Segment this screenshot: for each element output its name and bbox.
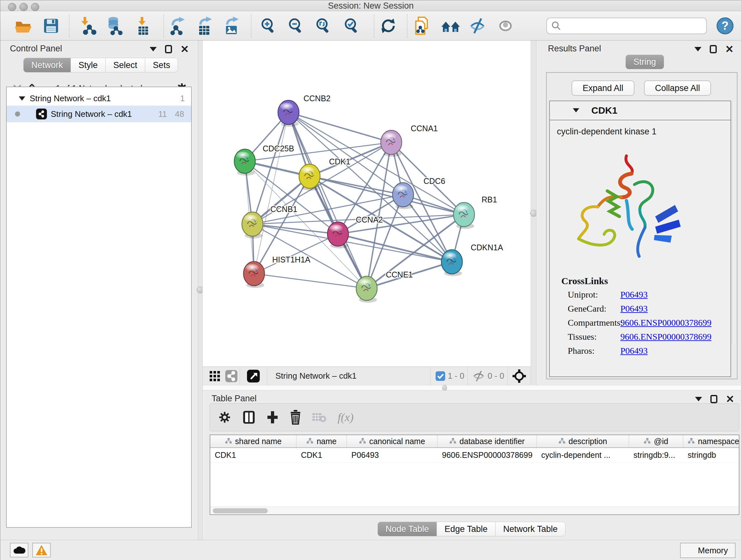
crosslink-link[interactable]: 9606.ENSP00000378699	[620, 332, 711, 341]
birdseye-grid-button[interactable]	[206, 371, 223, 381]
zoom-fit-button[interactable]	[313, 16, 333, 36]
expand-all-button[interactable]: Expand All	[571, 80, 634, 96]
panel-menu-icon[interactable]	[694, 47, 701, 51]
collapse-triangle-icon[interactable]	[19, 97, 25, 101]
apply-layout-button[interactable]	[378, 16, 398, 36]
column-header-canonical-name[interactable]: canonical name	[347, 435, 437, 447]
close-panel-icon[interactable]: ✕	[726, 395, 734, 403]
import-network-from-file-button[interactable]	[78, 16, 98, 36]
node-CCNB1[interactable]	[242, 212, 263, 239]
column-header-namespace[interactable]: namespace	[683, 435, 741, 447]
cloud-status-button[interactable]	[10, 543, 28, 557]
search-box[interactable]	[546, 17, 707, 34]
birdseye-toggle-icon[interactable]	[512, 369, 526, 383]
close-panel-icon[interactable]: ✕	[725, 45, 734, 53]
collapse-all-button[interactable]: Collapse All	[644, 80, 711, 96]
annotation-mode-button[interactable]	[240, 370, 267, 382]
tab-sets[interactable]: Sets	[145, 58, 178, 72]
selected-checkbox-icon[interactable]	[435, 371, 445, 381]
memory-button[interactable]: Memory	[680, 543, 736, 558]
cell-shared-name[interactable]: CDK1	[210, 448, 296, 462]
splitter-grabber[interactable]	[530, 210, 537, 217]
cell-namespace[interactable]: stringdb	[683, 448, 741, 462]
network-row-selected[interactable]: String Network – cdk1 11 48	[7, 106, 191, 122]
node-CDKN1A[interactable]	[441, 250, 462, 276]
zoom-in-button[interactable]	[259, 16, 278, 36]
gene-header-row[interactable]: CDK1	[550, 101, 731, 120]
zoom-selected-button[interactable]	[342, 16, 361, 36]
warnings-button[interactable]	[32, 543, 51, 557]
node-CCNE1[interactable]	[356, 276, 377, 303]
cell-database-identifier[interactable]: 9606.ENSP00000378699	[437, 448, 537, 462]
save-session-button[interactable]	[41, 16, 61, 36]
home-button[interactable]	[441, 16, 461, 36]
edge-CCNE1-HIST1H1A[interactable]	[254, 273, 367, 288]
scrollbar-thumb[interactable]	[213, 508, 268, 513]
tab-node-table[interactable]: Node Table	[378, 522, 437, 537]
panel-menu-icon[interactable]	[695, 397, 702, 401]
tab-edge-table[interactable]: Edge Table	[436, 522, 495, 537]
tab-style[interactable]: Style	[71, 58, 106, 72]
open-session-button[interactable]	[13, 16, 33, 36]
node-CDC6[interactable]	[393, 183, 414, 209]
zoom-out-button[interactable]	[286, 16, 306, 36]
export-image-button[interactable]	[221, 16, 241, 36]
right-splitter[interactable]	[531, 41, 536, 385]
node-CCNA1[interactable]	[381, 130, 402, 157]
cell--id[interactable]: stringdb:9...	[629, 448, 683, 462]
hide-graphics-details-button[interactable]	[468, 16, 488, 36]
node-RB1[interactable]	[454, 202, 475, 229]
network-view-mode-button[interactable]	[223, 370, 240, 382]
tab-network-table[interactable]: Network Table	[495, 522, 566, 537]
left-splitter[interactable]	[198, 41, 203, 540]
table-horizontal-scrollbar[interactable]	[210, 507, 739, 514]
cell-canonical-name[interactable]: P06493	[347, 448, 437, 462]
collapse-triangle-icon[interactable]	[573, 108, 579, 112]
column-header-description[interactable]: description	[537, 435, 629, 447]
help-button[interactable]: ?	[715, 16, 735, 36]
table-row[interactable]: CDK1CDK1P064939606.ENSP00000378699cyclin…	[210, 448, 739, 462]
show-graphics-details-button[interactable]	[495, 16, 515, 36]
close-panel-icon[interactable]: ✕	[180, 45, 189, 53]
crosslink-link[interactable]: P06493	[620, 304, 648, 314]
tab-string[interactable]: String	[625, 55, 664, 69]
import-network-from-database-button[interactable]	[104, 16, 124, 36]
delete-column-trash-icon[interactable]	[290, 410, 301, 425]
tab-select[interactable]: Select	[105, 58, 145, 72]
node-table[interactable]: shared namenamecanonical namedatabase id…	[210, 435, 739, 515]
table-options-gear-icon[interactable]	[218, 410, 232, 424]
create-column-plus-icon[interactable]	[266, 410, 279, 424]
edge-CCNB2-HIST1H1A[interactable]	[254, 112, 288, 273]
panel-menu-icon[interactable]	[150, 47, 157, 51]
clone-network-button[interactable]	[413, 16, 432, 36]
column-header-shared-name[interactable]: shared name	[210, 435, 296, 447]
import-table-from-file-button[interactable]	[133, 16, 153, 36]
tab-network[interactable]: Network	[23, 58, 71, 72]
network-view-canvas[interactable]: CCNB2CCNA1CDC25BCDK1CDC6RB1CCNB1CCNA2CDK…	[203, 41, 531, 367]
export-table-button[interactable]	[195, 16, 214, 36]
export-network-button[interactable]	[167, 16, 187, 36]
crosslink-link[interactable]: P06493	[620, 346, 648, 356]
float-panel-icon[interactable]	[165, 45, 172, 53]
crosslink-link[interactable]: P06493	[620, 290, 648, 300]
edge-CCNA2-HIST1H1A[interactable]	[254, 234, 338, 273]
node-HIST1H1A[interactable]	[244, 261, 265, 288]
crosslink-link[interactable]: 9606.ENSP00000378699	[620, 318, 711, 327]
float-panel-icon[interactable]	[710, 45, 717, 53]
edge-CCNB2-CCNA1[interactable]	[288, 112, 391, 142]
network-collection-row[interactable]: String Network – cdk1 1	[7, 91, 191, 106]
float-panel-icon[interactable]	[711, 395, 718, 403]
column-header-name[interactable]: name	[296, 435, 347, 447]
show-columns-icon[interactable]	[243, 410, 255, 424]
column-header-database-identifier[interactable]: database identifier	[437, 435, 537, 447]
search-input[interactable]	[562, 21, 699, 31]
node-CCNB2[interactable]	[278, 100, 299, 127]
cell-name[interactable]: CDK1	[296, 448, 347, 462]
node-CDC25B[interactable]	[234, 149, 255, 176]
results-scrollbar[interactable]	[732, 102, 736, 344]
horizontal-splitter[interactable]	[203, 385, 741, 390]
node-CCNA2[interactable]	[327, 222, 348, 248]
network-graph[interactable]: CCNB2CCNA1CDC25BCDK1CDC6RB1CCNB1CCNA2CDK…	[203, 41, 531, 367]
node-CDK1[interactable]	[299, 164, 320, 191]
column-header--id[interactable]: @id	[629, 435, 683, 447]
